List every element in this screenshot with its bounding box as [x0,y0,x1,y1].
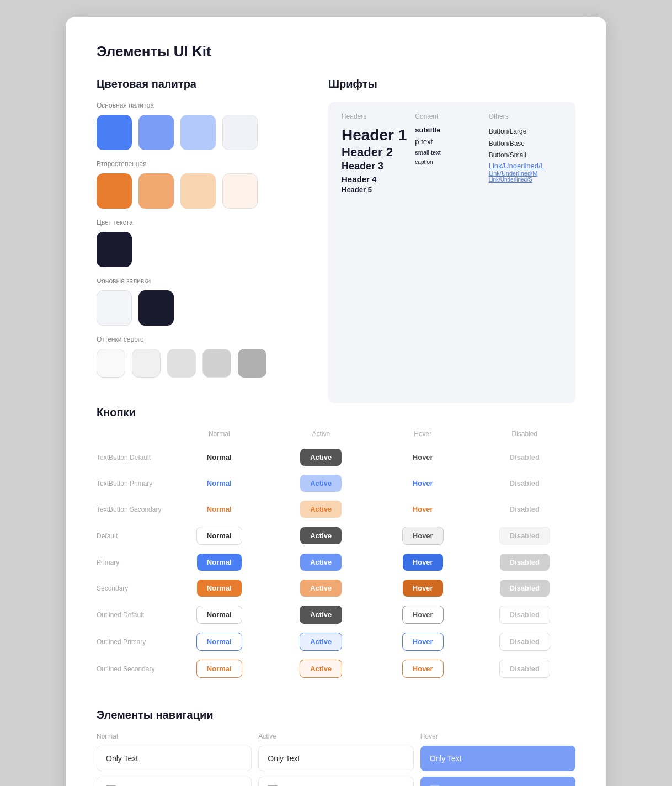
btn-outlined-default-hover[interactable]: Hover [402,606,444,624]
btn-text-default-active[interactable]: Active [300,449,342,466]
text-color-row [97,232,306,267]
btn-col-normal: Normal [168,430,270,442]
background-label: Фоновые заливки [97,277,306,285]
font-header5: Header 5 [342,185,415,195]
btn-text-secondary-normal[interactable]: Normal [197,501,242,518]
btn-cell-d-hover: Hover [372,522,474,549]
font-link-s: Link/Underlined/S [489,177,562,183]
nav-item-left-icon-normal[interactable]: Left icon Text [97,777,252,786]
btn-cell-os-disabled: Disabled [474,655,576,682]
btn-text-secondary-active[interactable]: Active [300,501,342,518]
font-header4: Header 4 [342,173,415,185]
btn-outlined-default-normal[interactable]: Normal [196,606,242,624]
btn-default-hover[interactable]: Hover [402,527,444,545]
btn-text-secondary-hover[interactable]: Hover [403,501,443,518]
btn-outlined-secondary-hover[interactable]: Hover [402,660,444,678]
btn-primary-normal[interactable]: Normal [197,554,242,571]
btn-outlined-secondary-disabled: Disabled [499,660,550,678]
nav-col-hover: Hover Only Text Left icon Text [420,732,575,786]
btn-secondary-hover[interactable]: Hover [403,580,443,597]
btn-cell-s-disabled: Disabled [474,575,576,601]
btn-cell-os-active: Active [270,655,372,682]
btn-text-default-disabled: Disabled [500,449,550,466]
btn-cell-p-active: Active [270,549,372,575]
primary-swatch-3 [180,115,216,150]
btn-outlined-primary-normal[interactable]: Normal [196,633,242,651]
btn-cell-od-disabled: Disabled [474,601,576,628]
btn-label-outlined-default: Outlined Default [97,606,168,624]
secondary-swatch-1 [97,173,132,209]
btn-label-text-default: TextButton Default [97,448,168,467]
background-color-row [97,290,306,326]
gray-color-row [97,349,306,378]
btn-text-primary-active[interactable]: Active [300,475,342,492]
font-link-m: Link/Underlined/M [489,170,562,177]
bg-swatch-2 [138,290,174,326]
font-caption: caption [415,159,488,165]
primary-color-row [97,115,306,150]
gray-swatch-4 [202,349,231,378]
nav-item-left-icon-active[interactable]: Left icon Text [258,777,413,786]
navigation-title: Элементы навигации [97,709,575,721]
nav-columns: Normal Only Text Left icon Text [97,732,575,786]
btn-outlined-secondary-active[interactable]: Active [300,660,342,678]
btn-default-normal[interactable]: Normal [196,527,242,545]
nav-item-only-text-normal[interactable]: Only Text [97,746,252,771]
nav-item-only-text-active-label: Only Text [268,754,404,763]
primary-palette-label: Основная палитра [97,102,306,109]
btn-cell-op-disabled: Disabled [474,628,576,655]
nav-col-normal-label: Normal [97,732,252,740]
nav-item-left-icon-hover[interactable]: Left icon Text [420,777,575,786]
btn-text-primary-disabled: Disabled [500,475,550,492]
btn-cell-d-active: Active [270,523,372,549]
btn-cell-tp-active: Active [270,470,372,496]
btn-outlined-primary-hover[interactable]: Hover [402,633,444,651]
nav-item-only-text-active[interactable]: Only Text [258,746,413,771]
btn-text-secondary-disabled: Disabled [500,501,550,518]
btn-cell-s-hover: Hover [372,575,474,601]
font-subtitle: subtitle [415,126,488,134]
btn-cell-p-hover: Hover [372,549,474,575]
top-section: Цветовая палитра Основная палитра Второс… [97,78,575,380]
btn-text-default-hover[interactable]: Hover [403,449,443,466]
btn-primary-hover[interactable]: Hover [403,554,443,571]
btn-cell-ts-hover: Hover [372,496,474,522]
btn-text-primary-normal[interactable]: Normal [197,475,242,492]
gray-swatch-5 [238,349,266,378]
secondary-swatch-2 [138,173,174,209]
btn-secondary-active[interactable]: Active [300,580,342,597]
btn-cell-s-normal: Normal [168,575,270,601]
btn-text-primary-hover[interactable]: Hover [403,475,443,492]
secondary-swatch-4 [222,173,258,209]
secondary-color-row [97,173,306,209]
fonts-box: Headers Header 1 Header 2 Header 3 Heade… [328,102,575,403]
nav-item-only-text-hover[interactable]: Only Text [420,746,575,771]
btn-default-active[interactable]: Active [300,527,342,544]
btn-default-disabled: Disabled [499,527,550,545]
btn-text-default-normal[interactable]: Normal [197,449,242,466]
btn-secondary-normal[interactable]: Normal [197,580,242,597]
btn-cell-ts-disabled: Disabled [474,496,576,522]
bg-swatch-1 [97,290,132,326]
btn-primary-active[interactable]: Active [300,554,342,571]
btn-label-default: Default [97,527,168,545]
buttons-title: Кнопки [97,406,575,419]
fonts-content-label: Content [415,113,488,120]
gray-swatch-3 [167,349,196,378]
font-header2: Header 2 [342,145,415,161]
btn-outlined-secondary-normal[interactable]: Normal [196,660,242,678]
font-link-l: Link/Underlined/L [489,162,562,170]
gray-swatch-1 [97,349,125,378]
btn-cell-op-normal: Normal [168,628,270,655]
nav-col-normal: Normal Only Text Left icon Text [97,732,252,786]
page-container: Элементы UI Kit Цветовая палитра Основна… [66,17,606,786]
btn-cell-td-disabled: Disabled [474,444,576,470]
buttons-section: Кнопки Normal Active Hover Disabled Text… [97,406,575,682]
btn-outlined-primary-active[interactable]: Active [300,633,342,651]
btn-outlined-default-active[interactable]: Active [300,606,342,624]
text-color-label: Цвет текста [97,219,306,226]
btn-cell-op-active: Active [270,628,372,655]
navigation-section: Элементы навигации Normal Only Text Left… [97,709,575,786]
btn-cell-td-hover: Hover [372,444,474,470]
btn-col-active: Active [270,430,372,442]
